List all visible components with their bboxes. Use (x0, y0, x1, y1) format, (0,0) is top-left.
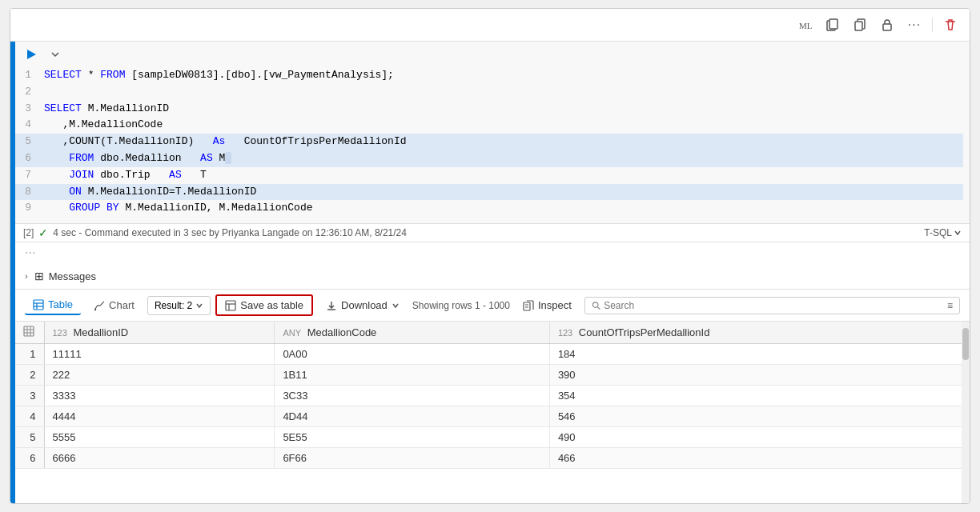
chevron-down-icon (50, 50, 60, 59)
table-tab-icon (33, 299, 44, 310)
download-icon (326, 300, 337, 311)
medallion-id-cell: 4444 (44, 406, 275, 427)
medallion-code-cell: 0A00 (275, 344, 550, 365)
svg-rect-6 (34, 300, 43, 310)
code-line-9: 9 GROUP BY M.MedallionID, M.MedallionCod… (15, 200, 963, 217)
svg-rect-19 (24, 326, 34, 336)
medallion-code-cell: 4D44 (275, 406, 550, 427)
count-cell: 490 (549, 427, 969, 448)
showing-rows-label: Showing rows 1 - 1000 (412, 300, 510, 311)
ml-icon-btn[interactable]: ML (794, 14, 817, 36)
code-line-7: 7 JOIN dbo.Trip AS T (15, 167, 963, 184)
run-button[interactable] (22, 45, 41, 64)
play-icon (25, 48, 38, 61)
line-num-6: 6 (15, 150, 44, 167)
more-options[interactable]: ··· (15, 242, 970, 263)
download-button[interactable]: Download (318, 296, 408, 314)
line-num-7: 7 (15, 167, 44, 184)
svg-marker-5 (27, 50, 36, 59)
scrollbar-thumb[interactable] (962, 328, 969, 360)
data-table-wrapper: 123 MedallionID ANY MedallionCode 123 Co… (15, 322, 970, 503)
row-num-cell: 5 (15, 427, 44, 448)
th-medallion-id: 123 MedallionID (44, 322, 275, 344)
svg-point-17 (592, 302, 598, 307)
search-input[interactable] (604, 300, 944, 311)
editor-area: 1 SELECT * FROM [sampleDW0813].[dbo].[vw… (15, 42, 970, 503)
medallion-code-cell: 3C33 (275, 386, 550, 406)
svg-rect-4 (883, 24, 891, 30)
status-left: [2] ✓ 4 sec - Command executed in 3 sec … (23, 226, 407, 239)
row-num-cell: 2 (15, 365, 44, 386)
keyword-select: SELECT (44, 69, 82, 81)
code-editor[interactable]: 1 SELECT * FROM [sampleDW0813].[dbo].[vw… (15, 67, 970, 223)
th-count-trips: 123 CountOfTripsPerMedallionId (549, 322, 969, 344)
search-box[interactable]: ≡ (584, 297, 960, 314)
th-row-num (15, 322, 44, 344)
svg-rect-3 (855, 22, 862, 30)
dropdown-chevron-icon (195, 302, 203, 310)
line-num-4: 4 (15, 117, 44, 134)
inspect-button[interactable]: Inspect (515, 296, 580, 314)
chart-tab[interactable]: Chart (86, 296, 143, 314)
messages-section: › ⊞ Messages (15, 263, 970, 290)
tsql-chevron-icon (954, 229, 962, 237)
filter-icon[interactable]: ≡ (947, 300, 953, 311)
expand-code-button[interactable] (47, 46, 63, 62)
code-section: 1 SELECT * FROM [sampleDW0813].[dbo].[vw… (15, 42, 970, 224)
delete-btn[interactable] (939, 14, 962, 36)
messages-grid-icon: ⊞ (34, 270, 44, 282)
code-text-4: ,M.MedallionCode (44, 117, 163, 134)
svg-rect-11 (226, 301, 235, 310)
lock-btn[interactable] (876, 14, 898, 36)
result-dropdown[interactable]: Result: 2 (147, 296, 211, 315)
main-window: ML ··· (10, 8, 970, 504)
messages-header[interactable]: › ⊞ Messages (25, 270, 960, 282)
ml-icon: ML (799, 18, 812, 31)
medallion-code-cell: 6F66 (275, 448, 550, 469)
scrollbar[interactable] (962, 322, 970, 503)
medallion-code-type-icon: ANY (283, 328, 301, 338)
line-num-3: 3 (15, 101, 44, 118)
code-line-2: 2 (15, 84, 963, 101)
medallion-id-cell: 5555 (44, 427, 275, 448)
medallion-id-cell: 222 (44, 365, 275, 386)
code-text-3: SELECT M.MedallionID (44, 101, 169, 118)
code-text-6: FROM dbo.Medallion AS M (44, 150, 231, 167)
medallion-id-type-icon: 123 (53, 328, 67, 338)
more-icon: ··· (908, 18, 921, 32)
download-chevron-icon (392, 302, 400, 310)
delete-icon (944, 18, 957, 31)
count-cell: 546 (549, 406, 969, 427)
messages-expand-icon: › (25, 271, 28, 281)
svg-rect-14 (524, 302, 530, 310)
data-table: 123 MedallionID ANY MedallionCode 123 Co… (15, 322, 970, 469)
svg-rect-2 (829, 19, 837, 29)
save-as-table-button[interactable]: Save as table (215, 294, 313, 316)
copy-btn[interactable] (849, 14, 871, 36)
more-btn[interactable]: ··· (903, 14, 926, 36)
table-row: 5 5555 5E55 490 (15, 427, 970, 448)
medallion-code-cell: 1B11 (275, 365, 550, 386)
copy-icon (853, 18, 866, 31)
tsql-label: T-SQL (924, 227, 952, 238)
table-row: 4 4444 4D44 546 (15, 406, 970, 427)
count-cell: 466 (549, 448, 969, 469)
th-medallion-code: ANY MedallionCode (275, 322, 550, 344)
table-tab[interactable]: Table (25, 295, 81, 315)
toolbar-separator (932, 18, 933, 32)
table-row: 1 11111 0A00 184 (15, 344, 970, 365)
table-header-grid-icon (23, 326, 34, 337)
code-line-8: 8 ON M.MedallionID=T.MedallionID (15, 184, 963, 201)
messages-label: ⊞ Messages (34, 270, 96, 282)
table-row: 3 3333 3C33 354 (15, 386, 970, 406)
svg-text:ML: ML (799, 21, 812, 30)
medallion-id-cell: 11111 (44, 344, 275, 365)
code-line-6: 6 FROM dbo.Medallion AS M (15, 150, 963, 167)
duplicate-btn[interactable] (821, 14, 844, 36)
line-num-8: 8 (15, 184, 44, 201)
code-line-5: 5 ,COUNT(T.MedallionID) As CountOfTripsP… (15, 134, 963, 150)
svg-line-18 (597, 306, 600, 309)
tsql-badge[interactable]: T-SQL (924, 227, 962, 238)
row-num-cell: 4 (15, 406, 44, 427)
line-num-2: 2 (15, 84, 44, 101)
